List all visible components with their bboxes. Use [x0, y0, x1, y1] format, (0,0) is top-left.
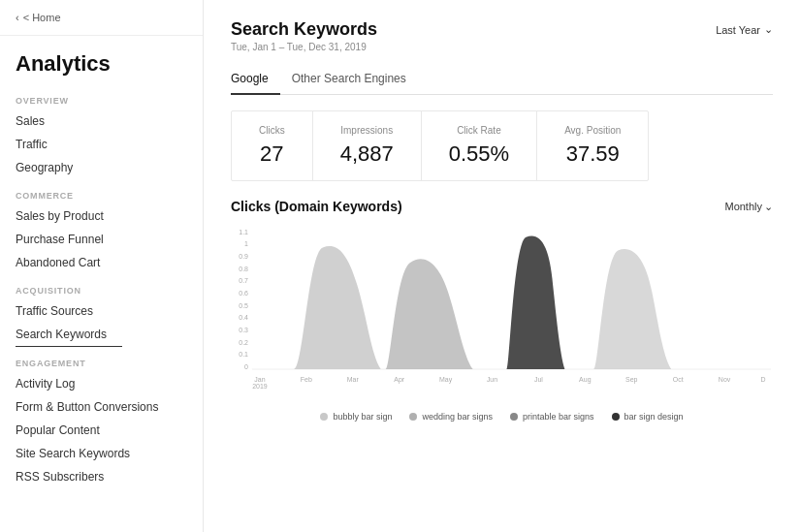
- svg-text:D: D: [760, 374, 765, 383]
- title-block: Search Keywords Tue, Jan 1 – Tue, Dec 31…: [231, 19, 377, 52]
- chart-control-label: Monthly: [724, 201, 762, 212]
- sidebar-item-activity-log[interactable]: Activity Log: [0, 372, 203, 395]
- sidebar-section-label: OVERVIEW: [0, 84, 203, 110]
- stat-label: Click Rate: [449, 125, 509, 136]
- legend-dot: [612, 413, 620, 421]
- svg-text:Jul: Jul: [534, 374, 543, 383]
- svg-text:0.5: 0.5: [239, 300, 248, 309]
- svg-text:Nov: Nov: [719, 374, 731, 383]
- legend-label: printable bar signs: [523, 412, 594, 422]
- date-range-label: Last Year: [716, 24, 760, 36]
- chevron-down-icon: ⌄: [764, 23, 773, 36]
- stat-value: 37.59: [564, 141, 621, 167]
- legend-dot: [320, 413, 328, 421]
- svg-text:0.3: 0.3: [239, 326, 248, 334]
- legend-label: wedding bar signs: [422, 412, 493, 422]
- chart-legend: bubbly bar sign wedding bar signs printa…: [231, 412, 773, 422]
- svg-text:0.6: 0.6: [239, 289, 248, 297]
- legend-label: bubbly bar sign: [333, 412, 392, 422]
- stat-box-impressions: Impressions 4,887: [313, 111, 422, 180]
- stat-box-clicks: Clicks 27: [232, 111, 313, 180]
- sidebar-section-label: COMMERCE: [0, 179, 203, 204]
- sidebar-item-search-keywords[interactable]: Search Keywords: [16, 323, 122, 347]
- stat-label: Clicks: [259, 125, 285, 136]
- svg-text:1: 1: [244, 239, 248, 248]
- main-content: Search Keywords Tue, Jan 1 – Tue, Dec 31…: [204, 0, 800, 532]
- chart-control-dropdown[interactable]: Monthly ⌄: [724, 201, 773, 213]
- legend-item-bar-sign-design: bar sign design: [612, 412, 684, 422]
- sidebar-item-sales-by-product[interactable]: Sales by Product: [0, 204, 203, 228]
- date-range-button[interactable]: Last Year ⌄: [716, 19, 773, 36]
- svg-text:2019: 2019: [252, 382, 268, 391]
- chart-header: Clicks (Domain Keywords) Monthly ⌄: [231, 199, 773, 214]
- svg-text:0.9: 0.9: [239, 252, 248, 261]
- clicks-chart: 1.1 1 0.9 0.8 0.7 0.6 0.5 0.4 0.3 0.2 0.…: [231, 222, 773, 406]
- svg-text:1.1: 1.1: [239, 227, 248, 235]
- chart-title: Clicks (Domain Keywords): [231, 199, 402, 214]
- home-label: < Home: [23, 12, 61, 23]
- tab-google[interactable]: Google: [231, 66, 280, 95]
- svg-text:0.4: 0.4: [239, 313, 248, 322]
- stat-box-avg.-position: Avg. Position 37.59: [537, 111, 648, 180]
- sidebar-section-label: ENGAGEMENT: [0, 347, 203, 372]
- page-title: Search Keywords: [231, 19, 377, 40]
- svg-text:0.8: 0.8: [239, 264, 248, 272]
- tab-other-search-engines[interactable]: Other Search Engines: [280, 66, 418, 94]
- sidebar-item-sales[interactable]: Sales: [0, 110, 203, 133]
- legend-dot: [510, 413, 518, 421]
- stat-box-click-rate: Click Rate 0.55%: [422, 111, 537, 180]
- chevron-left-icon: ‹: [16, 12, 19, 23]
- svg-text:Feb: Feb: [301, 374, 312, 383]
- tab-bar: Google Other Search Engines: [231, 66, 773, 95]
- svg-text:0.7: 0.7: [239, 276, 248, 285]
- stats-row: Clicks 27 Impressions 4,887 Click Rate 0…: [231, 110, 649, 181]
- sidebar-item-geography[interactable]: Geography: [0, 156, 203, 179]
- home-link[interactable]: ‹ < Home: [0, 0, 203, 36]
- svg-text:Aug: Aug: [579, 374, 591, 383]
- stat-label: Avg. Position: [564, 125, 621, 136]
- sidebar-item-traffic[interactable]: Traffic: [0, 133, 203, 156]
- stat-value: 4,887: [340, 141, 394, 167]
- legend-dot: [409, 413, 417, 421]
- legend-item-wedding-bar-signs: wedding bar signs: [409, 412, 493, 422]
- svg-text:Sep: Sep: [625, 374, 637, 383]
- chevron-down-icon: ⌄: [764, 201, 773, 213]
- sidebar-item-form-&-button-conversions[interactable]: Form & Button Conversions: [0, 395, 203, 419]
- stat-value: 0.55%: [449, 141, 509, 167]
- svg-text:0.1: 0.1: [239, 350, 248, 359]
- svg-text:Oct: Oct: [673, 374, 684, 383]
- sidebar-item-traffic-sources[interactable]: Traffic Sources: [0, 299, 203, 323]
- sidebar: ‹ < Home Analytics OVERVIEWSalesTrafficG…: [0, 0, 204, 532]
- svg-text:Apr: Apr: [394, 374, 404, 383]
- main-header: Search Keywords Tue, Jan 1 – Tue, Dec 31…: [231, 19, 773, 52]
- legend-item-printable-bar-signs: printable bar signs: [510, 412, 594, 422]
- stat-value: 27: [259, 141, 285, 167]
- stat-label: Impressions: [340, 125, 394, 136]
- sidebar-section-label: ACQUISITION: [0, 274, 203, 299]
- svg-text:Mar: Mar: [347, 374, 360, 383]
- svg-text:May: May: [439, 374, 453, 383]
- sidebar-item-abandoned-cart[interactable]: Abandoned Cart: [0, 251, 203, 274]
- sidebar-sections: OVERVIEWSalesTrafficGeographyCOMMERCESal…: [0, 84, 203, 488]
- sidebar-item-site-search-keywords[interactable]: Site Search Keywords: [0, 442, 203, 465]
- svg-text:Jun: Jun: [487, 374, 497, 383]
- sidebar-item-popular-content[interactable]: Popular Content: [0, 419, 203, 442]
- sidebar-item-rss-subscribers[interactable]: RSS Subscribers: [0, 465, 203, 488]
- page-date: Tue, Jan 1 – Tue, Dec 31, 2019: [231, 42, 377, 52]
- sidebar-title: Analytics: [0, 36, 203, 84]
- chart-area: 1.1 1 0.9 0.8 0.7 0.6 0.5 0.4 0.3 0.2 0.…: [231, 222, 773, 406]
- svg-text:0: 0: [244, 362, 248, 371]
- svg-text:0.2: 0.2: [239, 337, 248, 346]
- legend-label: bar sign design: [624, 412, 684, 422]
- sidebar-item-purchase-funnel[interactable]: Purchase Funnel: [0, 228, 203, 251]
- legend-item-bubbly-bar-sign: bubbly bar sign: [320, 412, 392, 422]
